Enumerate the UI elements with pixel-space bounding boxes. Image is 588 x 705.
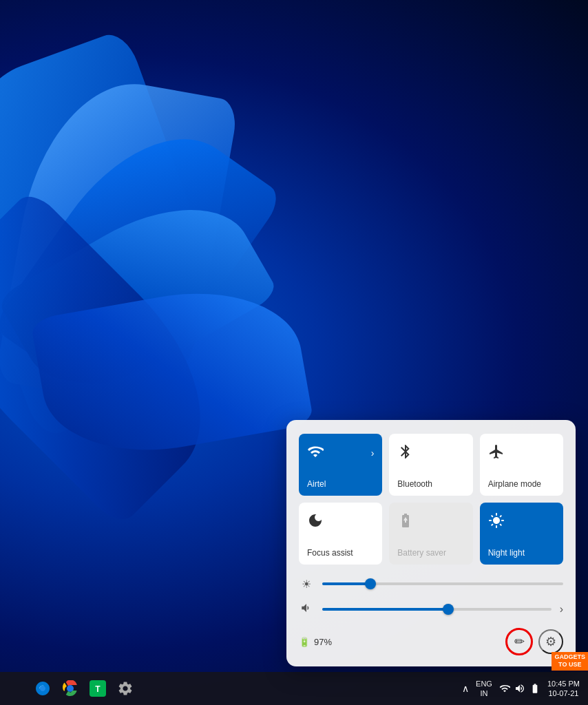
volume-fill: [322, 608, 448, 611]
nightlight-label: Night light: [488, 548, 525, 558]
nightlight-icon: [488, 512, 505, 532]
volume-expand-icon[interactable]: ›: [560, 603, 563, 615]
language-code: ENG: [476, 679, 492, 688]
system-tray: ∧ ENG IN 10:45 PM 10-07-21: [462, 679, 582, 699]
brightness-row: ☀: [299, 577, 563, 591]
focus-label: Focus assist: [307, 548, 353, 558]
battery-icon: 🔋: [299, 637, 310, 647]
brightness-track: [322, 582, 563, 585]
tile-airplane-header: [488, 443, 555, 463]
watermark: GADGETS TO USE: [552, 652, 588, 671]
edit-button[interactable]: ✏: [505, 628, 533, 655]
tile-wifi-header: ›: [307, 443, 374, 463]
volume-thumb[interactable]: [443, 604, 454, 615]
volume-icon: [299, 602, 314, 617]
chrome-icon[interactable]: [58, 676, 83, 701]
brightness-fill: [322, 582, 370, 585]
quick-settings-panel: › Airtel Bluetooth: [286, 420, 576, 666]
moon-icon: [307, 512, 324, 532]
volume-tray-icon[interactable]: [514, 683, 525, 694]
tile-bluetooth-header: [397, 443, 464, 463]
battery-percent: 97%: [314, 637, 332, 647]
brightness-thumb[interactable]: [365, 578, 376, 589]
clock-time: 10:45 PM: [547, 679, 580, 688]
bluetooth-label: Bluetooth: [397, 479, 432, 489]
brightness-icon: ☀: [299, 578, 314, 591]
tile-bluetooth[interactable]: Bluetooth: [389, 434, 472, 496]
panel-bottom: 🔋 97% ✏ ⚙: [299, 628, 563, 655]
tile-focus[interactable]: Focus assist: [299, 503, 382, 565]
tray-chevron-icon[interactable]: ∧: [462, 683, 469, 694]
tile-airplane[interactable]: Airplane mode: [480, 434, 563, 496]
svg-text:T: T: [95, 684, 101, 694]
settings-button[interactable]: ⚙: [538, 629, 563, 654]
airplane-label: Airplane mode: [488, 479, 541, 489]
tile-battery-header: [397, 512, 464, 532]
edge-icon[interactable]: [30, 676, 55, 701]
teams-icon[interactable]: T: [85, 676, 110, 701]
volume-track: [322, 608, 552, 611]
language-indicator[interactable]: ENG IN: [473, 679, 495, 699]
brightness-slider[interactable]: [322, 577, 563, 591]
volume-slider[interactable]: [322, 602, 552, 616]
battery-tray-icon[interactable]: [529, 683, 540, 694]
clock[interactable]: 10:45 PM 10-07-21: [545, 679, 582, 699]
battery-saver-icon: [397, 512, 414, 532]
taskbar-settings-icon[interactable]: [113, 676, 138, 701]
tile-battery-saver[interactable]: Battery saver: [389, 503, 472, 565]
tile-nightlight-header: [488, 512, 555, 532]
tile-focus-header: [307, 512, 374, 532]
taskbar-apps: T: [6, 676, 138, 701]
battery-saver-label: Battery saver: [397, 548, 446, 558]
clock-date: 10-07-21: [548, 688, 578, 698]
battery-info: 🔋 97%: [299, 637, 332, 647]
wifi-arrow-icon: ›: [371, 448, 375, 459]
start-button[interactable]: [6, 677, 28, 699]
tiles-grid: › Airtel Bluetooth: [299, 434, 563, 565]
bluetooth-icon: [397, 443, 414, 463]
taskbar: T ∧ ENG IN: [0, 672, 588, 705]
volume-row: ›: [299, 602, 563, 617]
tile-nightlight[interactable]: Night light: [480, 503, 563, 565]
airplane-icon: [488, 443, 505, 463]
tile-wifi[interactable]: › Airtel: [299, 434, 382, 496]
wifi-label: Airtel: [307, 479, 326, 489]
language-sub: IN: [476, 688, 492, 698]
wifi-icon: [307, 443, 324, 463]
wifi-tray-icon[interactable]: [499, 683, 510, 694]
